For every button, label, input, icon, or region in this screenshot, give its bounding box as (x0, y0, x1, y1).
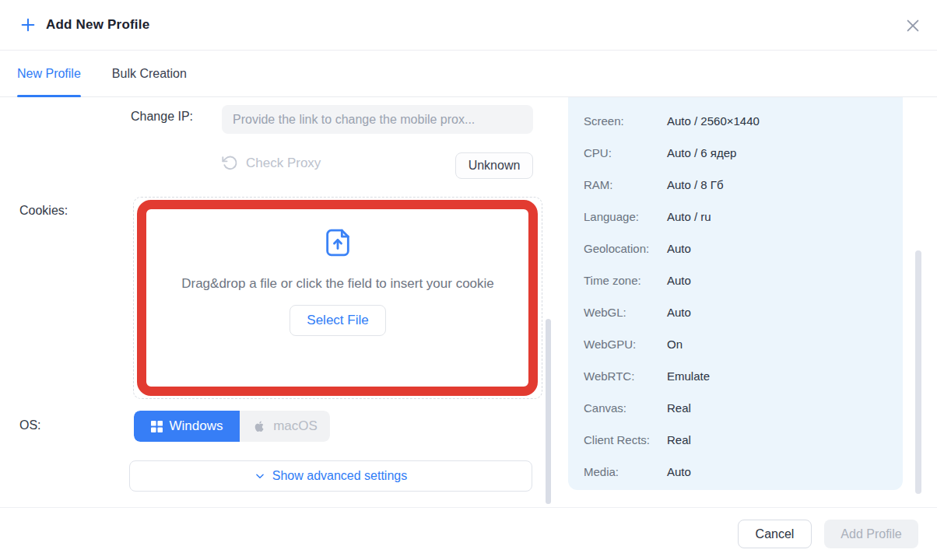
tab-new-profile[interactable]: New Profile (17, 51, 81, 96)
row-label: WebRTC: (584, 369, 667, 383)
change-ip-input[interactable] (222, 105, 533, 134)
check-proxy-button[interactable]: Check Proxy (222, 155, 321, 171)
add-profile-button[interactable]: Add Profile (824, 520, 918, 548)
row-label: Geolocation: (584, 242, 667, 255)
summary-row-webgl: WebGL: Auto (584, 296, 903, 328)
dropzone-instruction: Drag&drop a file or click the field to i… (155, 272, 521, 296)
row-value: Auto (667, 465, 691, 478)
panel-clip-edge (568, 97, 903, 108)
upload-file-icon (322, 224, 353, 261)
windows-icon (151, 421, 163, 432)
row-label: WebGPU: (584, 338, 667, 351)
row-value: Auto (667, 306, 691, 319)
modal-title: Add New Profile (46, 17, 149, 33)
os-toggle: Windows macOS (134, 411, 330, 442)
row-label: Time zone: (584, 274, 667, 287)
summary-row-timezone: Time zone: Auto (584, 264, 903, 296)
cookies-dropzone[interactable]: Drag&drop a file or click the field to i… (133, 197, 542, 399)
add-new-profile-modal: Add New Profile New Profile Bulk Creatio… (0, 0, 937, 560)
row-label: WebGL: (584, 306, 667, 319)
modal-header: Add New Profile (0, 0, 937, 51)
refresh-icon (222, 155, 238, 171)
fingerprint-summary-panel: Screen: Auto / 2560×1440 CPU: Auto / 6 я… (568, 97, 903, 490)
row-label: RAM: (584, 178, 667, 191)
cookies-label: Cookies: (19, 204, 68, 218)
tab-bulk-creation-label: Bulk Creation (112, 67, 187, 81)
row-value: Auto / 6 ядер (667, 146, 736, 159)
summary-row-canvas: Canvas: Real (584, 392, 903, 424)
close-icon[interactable] (904, 17, 921, 34)
summary-row-geolocation: Geolocation: Auto (584, 233, 903, 264)
row-value: Auto / 2560×1440 (667, 114, 760, 128)
tab-bar: New Profile Bulk Creation (0, 51, 937, 97)
chevron-down-icon (254, 471, 265, 481)
summary-row-webrtc: WebRTC: Emulate (584, 360, 903, 392)
summary-row-ram: RAM: Auto / 8 Гб (584, 169, 903, 201)
row-value: Real (667, 401, 691, 415)
row-label: Client Rects: (584, 433, 667, 446)
row-label: Canvas: (584, 401, 667, 415)
select-file-button[interactable]: Select File (290, 305, 386, 336)
cancel-button[interactable]: Cancel (738, 520, 812, 548)
row-value: Auto / 8 Гб (667, 178, 724, 191)
summary-row-cpu: CPU: Auto / 6 ядер (584, 137, 903, 169)
check-proxy-label: Check Proxy (246, 156, 321, 171)
advanced-settings-label: Show advanced settings (272, 469, 407, 483)
summary-row-screen: Screen: Auto / 2560×1440 (584, 105, 903, 137)
tab-bulk-creation[interactable]: Bulk Creation (112, 51, 187, 96)
content-scrollbar-thumb[interactable] (546, 319, 551, 504)
summary-row-language: Language: Auto / ru (584, 201, 903, 233)
summary-rows: Screen: Auto / 2560×1440 CPU: Auto / 6 я… (568, 97, 903, 488)
row-value: Auto (667, 274, 691, 287)
os-option-windows[interactable]: Windows (134, 411, 240, 442)
row-label: Language: (584, 210, 667, 223)
row-label: CPU: (584, 146, 667, 159)
modal-footer: Cancel Add Profile (0, 507, 937, 560)
row-value: Real (667, 433, 691, 446)
show-advanced-settings-button[interactable]: Show advanced settings (129, 460, 532, 492)
plus-icon (19, 16, 37, 33)
row-value: Auto / ru (667, 210, 711, 223)
summary-row-media: Media: Auto (584, 456, 903, 488)
modal-content: Change IP: Check Proxy Unknown Cookies: … (0, 97, 937, 507)
os-windows-label: Windows (170, 418, 223, 434)
change-ip-label: Change IP: (131, 110, 193, 124)
row-label: Screen: (584, 114, 667, 128)
row-value: On (667, 338, 683, 351)
row-value: Auto (667, 242, 691, 255)
summary-row-webgpu: WebGPU: On (584, 328, 903, 360)
proxy-status-badge[interactable]: Unknown (455, 152, 533, 179)
row-label: Media: (584, 465, 667, 478)
panel-scrollbar-thumb[interactable] (915, 250, 921, 494)
os-option-macos[interactable]: macOS (240, 411, 330, 442)
tab-new-profile-label: New Profile (17, 67, 81, 81)
summary-row-client-rects: Client Rects: Real (584, 424, 903, 456)
os-label: OS: (19, 418, 41, 432)
os-macos-label: macOS (273, 418, 318, 434)
apple-icon (252, 419, 266, 433)
row-value: Emulate (667, 369, 710, 383)
